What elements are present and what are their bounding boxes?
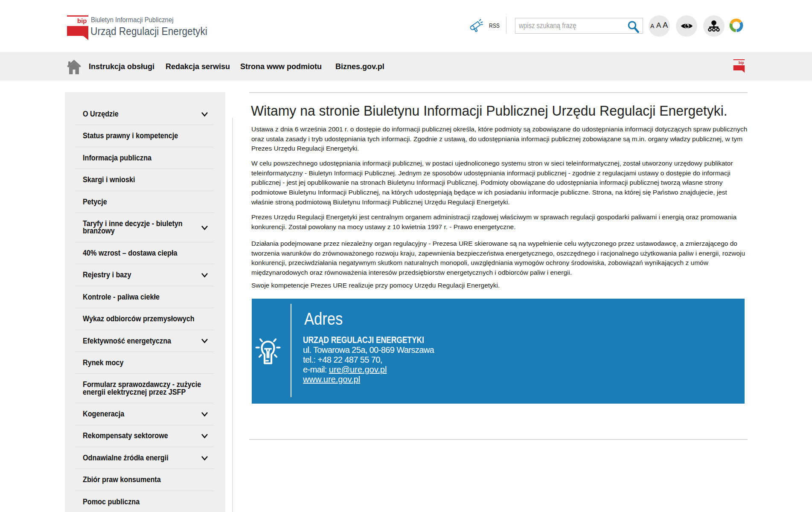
svg-text:bip: bip bbox=[739, 61, 744, 65]
svg-text:bip: bip bbox=[77, 17, 87, 24]
